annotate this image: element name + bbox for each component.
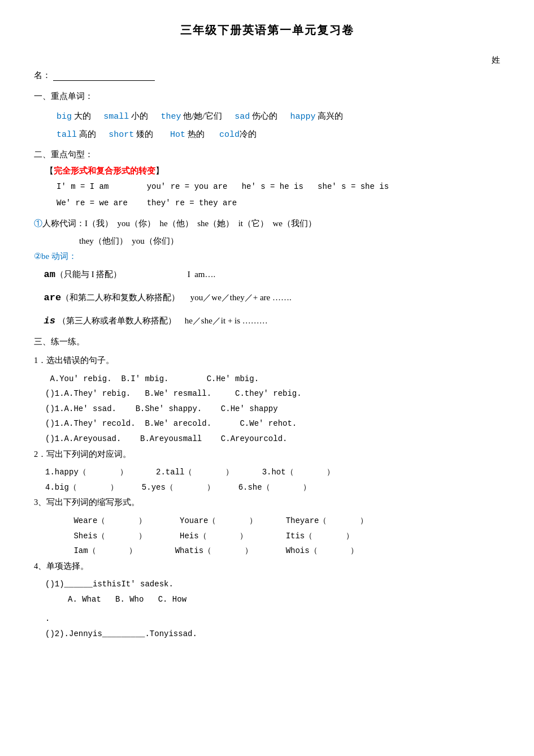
q1-item0: A.You' rebig. B.I' mbig. C.He' mbig. bbox=[45, 371, 500, 387]
q2-title: 2．写出下列词的对应词。 bbox=[34, 447, 500, 463]
formula-line1: I' m = I am you' re = you are he' s = he… bbox=[57, 180, 500, 194]
formula-line2: We' re = we are they' re = they are bbox=[57, 196, 500, 210]
vocab-row2: tall 高的 short 矮的 Hot 热的 cold冷的 bbox=[57, 126, 500, 144]
section3-title: 三、练一练。 bbox=[34, 336, 500, 347]
q4-dot: . bbox=[45, 611, 500, 627]
q3-item2: Sheis（ ） Heis（ ） Itis（ ） bbox=[45, 529, 500, 544]
sentence-block: 【完全形式和复合形式的转变】 I' m = I am you' re = you… bbox=[45, 166, 500, 210]
q4-item1-options: A. What B. Who C. How bbox=[68, 592, 500, 607]
vocab-block: big 大的 small 小的 they 他/她/它们 sad 伤心的 happ… bbox=[57, 107, 500, 144]
pronoun-line2: they（他们） you（你们） bbox=[79, 234, 500, 249]
q3-item3: Iam（ ） Whatis（ ） Whois（ ） bbox=[45, 543, 500, 559]
q2-item2: 4.big（ ） 5.yes（ ） 6.she（ ） bbox=[45, 480, 500, 495]
be-block: am（只能与 I 搭配） I am…. are（和第二人称和复数人称搭配） yo… bbox=[40, 266, 500, 330]
q1-item1: ()1.A.They' rebig. B.We' resmall. C.they… bbox=[45, 386, 500, 401]
is-row: is （第三人称或者单数人称搭配） he／she／it + is ……… bbox=[40, 313, 500, 330]
q3-title: 3、写出下列词的缩写形式。 bbox=[34, 495, 500, 511]
q1-item3: ()1.A.They' recold. B.We' arecold. C.We'… bbox=[45, 416, 500, 431]
q1-item4: ()1.A.Areyousad. B.Areyousmall C.Areyour… bbox=[45, 431, 500, 447]
are-row: are（和第二人称和复数人称搭配） you／we／they／+ are ……. bbox=[40, 290, 500, 307]
pronoun-line1: ①人称代词：I（我） you（你） he（他） she（她） it（它） we（… bbox=[34, 216, 500, 231]
q4-item2: ()2).Jennyis_________.Tonyissad. bbox=[45, 627, 500, 642]
be-title: ②be 动词： bbox=[34, 251, 500, 262]
q1-title: 1．选出错误的句子。 bbox=[34, 353, 500, 369]
am-row: am（只能与 I 搭配） I am…. bbox=[40, 266, 500, 284]
q2-item1: 1.happy（ ） 2.tall（ ） 3.hot（ ） bbox=[45, 465, 500, 480]
name-field: 名： bbox=[34, 70, 500, 81]
q1-item2: ()1.A.He' ssad. B.She' shappy. C.He' sha… bbox=[45, 401, 500, 417]
q3-item1: Weare（ ） Youare（ ） Theyare（ ） bbox=[45, 513, 500, 529]
section2-title: 二、重点句型： bbox=[34, 149, 500, 160]
q4-item1: ()1)______isthisIt' sadesk. bbox=[45, 577, 500, 592]
vocab-row1: big 大的 small 小的 they 他/她/它们 sad 伤心的 happ… bbox=[57, 107, 500, 126]
section1-title: 一、重点单词： bbox=[34, 91, 500, 102]
name-label-right: 姓 bbox=[34, 55, 500, 66]
q4-title: 4、单项选择。 bbox=[34, 559, 500, 575]
page-title: 三年级下册英语第一单元复习卷 bbox=[34, 23, 500, 38]
bracket-title: 【完全形式和复合形式的转变】 bbox=[45, 166, 500, 176]
